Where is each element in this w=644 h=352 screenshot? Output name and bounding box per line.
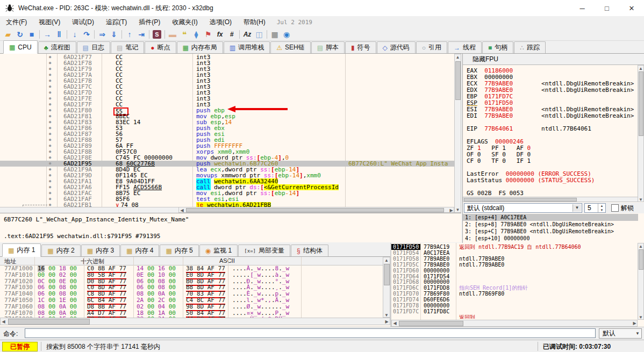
tab-cpu[interactable]: ▦CPU xyxy=(3,40,38,54)
patch-icon[interactable]: ▬ xyxy=(167,29,178,40)
tab-call-stack[interactable]: ▥调用堆栈 xyxy=(224,41,270,53)
step-over-icon[interactable]: ↷ xyxy=(81,29,92,40)
breakpoint-dot-icon[interactable]: ● xyxy=(49,167,51,173)
tab-threads[interactable]: →线程 xyxy=(448,41,482,53)
register-line[interactable]: LastStatus 00000000 (STATUS_SUCCESS) xyxy=(467,177,595,184)
menu-item-favourites[interactable]: 收藏夹(I) xyxy=(166,17,203,28)
registers-hscrollbar[interactable] xyxy=(463,197,638,202)
stack-row[interactable]: 0171FD7C0171FD8C xyxy=(391,308,638,314)
remote-debug-icon[interactable]: ◫ xyxy=(253,29,265,40)
register-line[interactable]: EIP 77B64061 ntdll.77B64061 xyxy=(467,126,591,132)
restart-icon[interactable]: ↻ xyxy=(14,29,26,40)
command-scope-select[interactable]: 默认 ▼ xyxy=(599,328,642,339)
stack-row[interactable]: 0171FD5C77B9ABE0ntdll.77B9ABE0 xyxy=(391,262,638,268)
stack-argument-row[interactable]: 2: [esp+8] 77B9ABE0 <ntdll.DbgUiRemoteBr… xyxy=(463,221,638,228)
breakpoint-dot-icon[interactable]: ● xyxy=(49,196,51,202)
stack-row[interactable]: 0171FD54A0C17EEA xyxy=(391,250,638,256)
menu-item-trace[interactable]: 追踪(T) xyxy=(100,17,133,28)
stack-vscrollbar[interactable]: ▲ ▼ xyxy=(638,243,644,320)
execute-till-return-icon[interactable]: ↑ xyxy=(124,29,135,40)
labels-icon[interactable]: ⧫ xyxy=(190,29,202,40)
run-to-user-code-icon[interactable]: ⇒ xyxy=(96,29,108,40)
hide-fpu-button[interactable]: 隐藏FPU xyxy=(463,54,644,65)
step-out-icon[interactable]: ⇓ xyxy=(108,29,120,40)
stack-argument-row[interactable]: 1: [esp+4] A0C17EEA xyxy=(463,214,638,221)
open-folder-icon[interactable]: ▰ xyxy=(2,29,14,40)
breakpoint-dot-icon[interactable]: ● xyxy=(49,54,51,60)
tab-memory-map[interactable]: ▦内存布局 xyxy=(177,41,223,53)
minimize-button[interactable]: ─ xyxy=(570,0,595,16)
stack-argument-row[interactable]: 4: [esp+10] 00000000 xyxy=(463,235,638,242)
breakpoint-dot-icon[interactable]: ● xyxy=(49,78,51,84)
breakpoint-dot-icon[interactable]: ● xyxy=(49,119,51,125)
tab-symbols[interactable]: ▮符号 xyxy=(345,41,376,53)
stack-row[interactable]: 0171FD5877B9ABE0ntdll.77B9ABE0 xyxy=(391,256,638,262)
breakpoint-dot-icon[interactable]: ● xyxy=(49,113,51,119)
stack-row[interactable]: 0171FD74D60FE6D6 xyxy=(391,297,638,303)
breakpoint-dot-icon[interactable]: ● xyxy=(49,84,51,90)
breakpoint-dot-icon[interactable]: ● xyxy=(49,137,51,143)
tab-source[interactable]: ◇源代码 xyxy=(377,41,416,53)
strings-icon[interactable]: S xyxy=(153,30,161,39)
breakpoint-dot-icon[interactable]: ● xyxy=(49,66,51,72)
menu-item-options[interactable]: 选项(O) xyxy=(204,17,238,28)
breakpoint-dot-icon[interactable]: ● xyxy=(49,125,51,131)
breakpoint-dot-icon[interactable]: ● xyxy=(49,178,51,184)
assemble-icon[interactable]: Az xyxy=(241,29,253,40)
breakpoint-dot-icon[interactable]: ● xyxy=(49,90,51,96)
stack-row[interactable]: 0171FD7800000000 xyxy=(391,303,638,308)
breakpoint-dot-icon[interactable]: ● xyxy=(49,96,51,102)
registers-vscrollbar[interactable]: ▲ ▼ xyxy=(638,65,644,202)
functions-icon[interactable]: fx xyxy=(214,29,226,40)
step-into-icon[interactable]: ↓ xyxy=(69,29,81,40)
tab-handles[interactable]: ■句柄 xyxy=(482,41,513,53)
tab-references[interactable]: ○引用 xyxy=(416,41,447,53)
menu-item-view[interactable]: 视图(V) xyxy=(33,17,66,28)
breakpoint-dot-icon[interactable]: ● xyxy=(49,184,51,190)
stepper-arrows-icon[interactable]: ▲▼ xyxy=(598,204,605,212)
disassembly-panel[interactable]: ●6AD21F77CCint3●6AD21F78CCint3●6AD21F79C… xyxy=(0,54,461,213)
disasm-vscrollbar[interactable]: ▲ ▼ xyxy=(454,54,461,213)
bookmarks-icon[interactable]: ⚑ xyxy=(202,29,214,40)
command-input[interactable] xyxy=(25,328,596,338)
argument-count-stepper[interactable]: 5 ▲▼ xyxy=(584,203,606,213)
tab-seh[interactable]: ⚠SEH链 xyxy=(270,41,310,53)
breakpoint-dot-icon[interactable]: ● xyxy=(49,190,51,196)
disasm-hscrollbar[interactable]: ◀ ▶ xyxy=(178,207,454,213)
run-icon[interactable]: → xyxy=(41,29,53,40)
stack-argument-row[interactable]: 3: [esp+C] 77B9ABE0 <ntdll.DbgUiRemoteBr… xyxy=(463,228,638,235)
stack-hscrollbar[interactable]: ◀ ▶ xyxy=(391,320,638,327)
comments-icon[interactable]: ❝ xyxy=(178,29,190,40)
menu-item-file[interactable]: 文件(F) xyxy=(0,17,33,28)
stack-row[interactable]: 0171FD6800000000 xyxy=(391,279,638,285)
breakpoint-dot-icon[interactable]: ● xyxy=(49,60,51,66)
close-button[interactable]: ✕ xyxy=(619,0,644,16)
memory-dump-panel[interactable]: ▦内存 1▦内存 2▦内存 3▦内存 4▦内存 5◉监视 1[x=]局部变量§结… xyxy=(0,243,390,327)
calculator-icon[interactable]: ▦ xyxy=(269,29,281,40)
tab-notes[interactable]: ▤笔记 xyxy=(111,41,144,53)
breakpoint-dot-icon[interactable]: ● xyxy=(49,102,51,107)
calling-convention-select[interactable]: 默认 (stdcall) ▼ xyxy=(464,203,582,213)
dump-hscrollbar[interactable]: ◀ ▶ xyxy=(0,318,390,325)
breakpoint-dot-icon[interactable]: ● xyxy=(49,161,51,167)
tab-script[interactable]: ▤脚本 xyxy=(311,41,345,53)
breakpoint-dot-icon[interactable]: ● xyxy=(49,155,51,161)
breakpoint-dot-icon[interactable]: ● xyxy=(49,131,51,137)
register-line[interactable]: EDI 77B9ABE0 <ntdll.DbgUiRemoteBreakin> xyxy=(467,113,634,119)
stack-panel[interactable]: 0171FD5077B9AC19返回到 ntdll.77B9AC19 自 ntd… xyxy=(391,243,644,327)
stack-row[interactable]: 返回到 xyxy=(391,314,638,319)
tab-graph[interactable]: ♣流程图 xyxy=(38,41,76,53)
breakpoint-dot-icon[interactable]: ● xyxy=(49,173,51,178)
help-globe-icon[interactable]: ◉ xyxy=(281,29,292,40)
tab-breakpoints[interactable]: ●断点 xyxy=(145,41,176,53)
menu-item-debug[interactable]: 调试(D) xyxy=(66,17,100,28)
menu-item-plugins[interactable]: 插件(P) xyxy=(133,17,166,28)
stack-row[interactable]: 0171FD6C0171FDD8指向SEH_Record[1]的指针 xyxy=(391,285,638,291)
stop-icon[interactable]: ■ xyxy=(26,29,38,40)
stack-row[interactable]: 0171FD640171FD54 xyxy=(391,274,638,279)
dump-vscrollbar[interactable]: ▲ ▼ xyxy=(383,257,390,318)
stack-row[interactable]: 0171FD6000000000 xyxy=(391,268,638,274)
maximize-button[interactable]: □ xyxy=(595,0,619,16)
register-line[interactable]: CF 0 TF 0 IF 1 xyxy=(467,158,531,164)
goto-eip-icon[interactable]: ⇥ xyxy=(135,29,147,40)
